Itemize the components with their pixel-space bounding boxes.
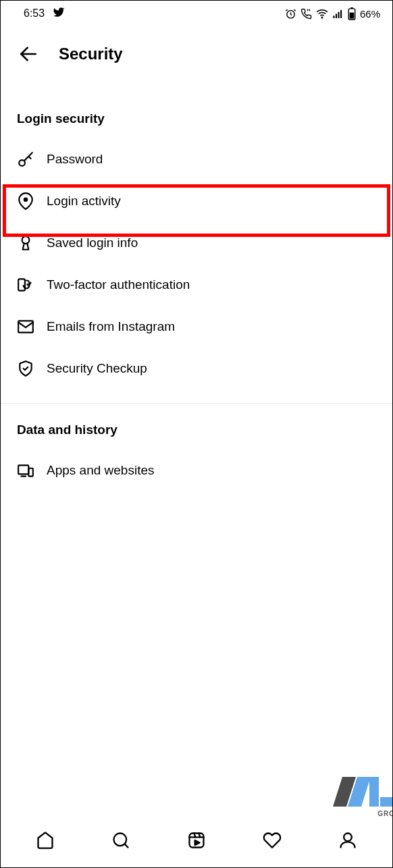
alarm-icon [285, 8, 296, 20]
section-title-data: Data and history [17, 423, 376, 437]
page-title: Security [59, 45, 123, 63]
svg-line-22 [124, 844, 128, 847]
item-label: Saved login info [47, 236, 138, 250]
section-title-login: Login security [17, 111, 376, 126]
svg-point-12 [22, 236, 30, 244]
keyhole-icon [17, 234, 34, 252]
item-label: Emails from Instagram [47, 319, 175, 334]
nav-reels[interactable] [186, 830, 207, 850]
nav-profile[interactable] [338, 830, 358, 850]
svg-rect-5 [340, 9, 342, 18]
nav-activity[interactable] [262, 830, 282, 850]
svg-rect-3 [336, 13, 337, 18]
svg-rect-16 [28, 468, 33, 477]
svg-point-1 [321, 17, 323, 18]
section-data-history: Data and history Apps and websites [1, 423, 392, 491]
watermark-text: GRO [377, 810, 393, 817]
svg-marker-27 [195, 840, 200, 845]
section-login-security: Login security Password Login activity S… [1, 111, 392, 389]
item-label: Password [47, 152, 103, 167]
status-battery: 66% [360, 8, 380, 20]
svg-rect-8 [350, 12, 355, 18]
twitter-icon [53, 6, 65, 21]
two-factor-icon [17, 276, 34, 294]
status-bar: 6:53 66% [1, 1, 392, 24]
item-label: Apps and websites [47, 463, 155, 478]
item-label: Two-factor authentication [47, 277, 190, 292]
location-pin-icon [17, 192, 34, 210]
mail-icon [17, 318, 34, 335]
signal-icon [332, 8, 344, 20]
item-label: Security Checkup [47, 361, 147, 376]
svg-rect-4 [338, 11, 339, 18]
bottom-nav [1, 820, 392, 867]
item-two-factor[interactable]: Two-factor authentication [17, 264, 376, 306]
wifi-icon [316, 7, 328, 20]
svg-rect-2 [333, 16, 334, 18]
key-icon [17, 151, 34, 168]
nav-search[interactable] [111, 830, 131, 850]
svg-rect-18 [380, 797, 392, 807]
divider [1, 403, 392, 404]
battery-icon [348, 7, 356, 20]
svg-rect-7 [350, 7, 353, 9]
back-button[interactable] [17, 43, 40, 65]
item-apps-websites[interactable]: Apps and websites [17, 450, 376, 491]
svg-point-11 [24, 198, 27, 201]
item-login-activity[interactable]: Login activity [17, 180, 376, 222]
status-time: 6:53 [24, 7, 45, 20]
item-security-checkup[interactable]: Security Checkup [17, 348, 376, 389]
item-label: Login activity [47, 194, 121, 209]
shield-check-icon [17, 360, 34, 377]
phone-icon [300, 8, 312, 20]
item-saved-login[interactable]: Saved login info [17, 222, 376, 264]
nav-home[interactable] [35, 830, 55, 850]
svg-point-28 [344, 834, 352, 842]
svg-rect-13 [18, 279, 25, 290]
svg-rect-15 [18, 465, 28, 474]
devices-icon [17, 462, 34, 479]
page-header: Security [1, 24, 392, 74]
item-emails[interactable]: Emails from Instagram [17, 306, 376, 348]
svg-rect-17 [369, 777, 379, 807]
item-password[interactable]: Password [17, 138, 376, 180]
